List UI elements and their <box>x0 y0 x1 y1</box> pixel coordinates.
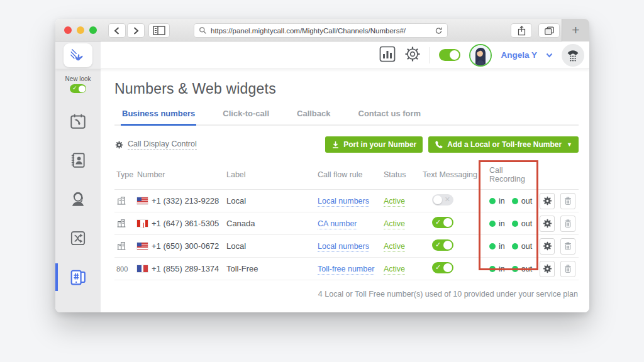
show-tabs-button[interactable] <box>538 23 560 38</box>
table-row: 800 +1 (855) 289-1374 Toll-Free Toll-fre… <box>114 258 579 280</box>
canada-flag-icon <box>137 220 148 227</box>
availability-toggle[interactable] <box>439 49 460 61</box>
call-flow-rule-link[interactable]: Local numbers <box>318 197 369 207</box>
zoom-window-button[interactable] <box>89 26 97 34</box>
reader-sidebar-icon <box>153 26 165 35</box>
chevron-right-icon <box>132 26 140 35</box>
text-messaging-toggle[interactable] <box>432 239 453 251</box>
delete-number-button[interactable] <box>560 216 575 232</box>
delete-number-button[interactable] <box>560 261 575 277</box>
call-recording-cell: in out <box>484 265 540 273</box>
recording-in-dot <box>489 198 496 204</box>
chevron-left-icon <box>113 26 121 35</box>
status-link[interactable]: Active <box>384 197 405 207</box>
call-flow-rule-link[interactable]: Toll-free number <box>318 265 374 275</box>
recording-in-label: in <box>499 242 505 251</box>
settings-button[interactable] <box>404 46 421 65</box>
gear-icon <box>404 46 421 62</box>
sidebar-item-call-history[interactable] <box>55 102 101 141</box>
address-bar[interactable]: https://panel.mightycall.com/MightyCall/… <box>194 23 448 38</box>
forward-button[interactable] <box>127 23 145 38</box>
recording-out-dot <box>512 221 518 227</box>
status-link[interactable]: Active <box>384 265 405 275</box>
sidebar-item-contacts[interactable] <box>55 141 101 180</box>
recording-in-dot <box>489 266 496 272</box>
close-window-button[interactable] <box>64 26 72 34</box>
avatar-image <box>470 45 491 65</box>
tab-click-to-call[interactable]: Click-to-call <box>221 109 270 126</box>
browser-window: https://panel.mightycall.com/MightyCall/… <box>55 19 589 312</box>
table-header-row: Type Number Label Call flow rule Status … <box>114 162 579 190</box>
gear-icon <box>542 218 553 229</box>
numbers-table: Type Number Label Call flow rule Status … <box>114 162 579 280</box>
gear-icon <box>542 195 553 206</box>
trash-icon <box>563 264 573 274</box>
number-settings-button[interactable] <box>540 216 555 232</box>
recording-out-label: out <box>521 197 532 206</box>
number-label: Local <box>226 241 318 251</box>
user-menu[interactable]: Angela Y <box>501 50 537 60</box>
sidebar-item-call-flows[interactable] <box>55 219 101 258</box>
share-button[interactable] <box>511 23 532 38</box>
port-in-number-button[interactable]: Port in your Number <box>325 136 423 153</box>
col-label: Label <box>226 170 318 179</box>
reload-icon[interactable] <box>435 26 443 35</box>
number-settings-button[interactable] <box>540 238 555 255</box>
reports-button[interactable] <box>379 46 396 65</box>
call-flow-rule-link[interactable]: CA number <box>318 219 357 229</box>
new-tab-button[interactable]: + <box>562 19 589 41</box>
call-flow-rule-link[interactable]: Local numbers <box>318 242 369 252</box>
status-link[interactable]: Active <box>384 242 405 252</box>
number-type <box>114 195 135 207</box>
port-button-label: Port in your Number <box>343 140 416 149</box>
minimize-window-button[interactable] <box>77 26 84 34</box>
call-journal-icon <box>69 112 87 131</box>
toll-free-flag-icon <box>137 265 148 272</box>
building-icon <box>116 218 126 228</box>
status-link[interactable]: Active <box>384 219 405 229</box>
col-sms: Text Messaging <box>423 170 484 179</box>
mightycall-logo[interactable] <box>64 43 92 67</box>
phone-handset-icon <box>435 140 443 149</box>
sidebar-toggle-button[interactable] <box>148 23 170 38</box>
row-actions <box>540 261 579 277</box>
sidebar-item-agents[interactable] <box>55 180 101 219</box>
tab-contact-us-form[interactable]: Contact us form <box>357 109 423 126</box>
col-type: Type <box>114 170 135 179</box>
chevron-down-icon[interactable] <box>546 53 553 58</box>
row-actions <box>540 216 579 232</box>
new-look-toggle[interactable] <box>70 84 86 93</box>
recording-out-dot <box>512 266 518 272</box>
recording-in-dot <box>489 243 496 250</box>
col-status: Status <box>384 170 423 179</box>
number-label: Local <box>226 196 318 206</box>
avatar[interactable] <box>469 44 492 67</box>
plan-usage-note: 4 Local or Toll Free number(s) used of 1… <box>114 290 579 299</box>
phone-number: +1 (647) 361-5305 <box>152 219 219 228</box>
call-display-control-link[interactable]: Call Display Control <box>114 140 197 150</box>
hand-logo-icon <box>69 47 87 64</box>
call-recording-cell: in out <box>484 242 540 251</box>
tab-business-numbers[interactable]: Business numbers <box>121 109 196 126</box>
text-messaging-toggle[interactable] <box>432 217 453 228</box>
tab-callback[interactable]: Callback <box>296 109 331 126</box>
header-divider <box>430 47 430 63</box>
delete-number-button[interactable] <box>560 193 575 209</box>
recording-in-label: in <box>499 265 505 273</box>
add-button-label: Add a Local or Toll-free Number <box>447 140 562 149</box>
add-number-button[interactable]: Add a Local or Toll-free Number ▼ <box>428 136 579 153</box>
back-button[interactable] <box>108 23 126 38</box>
number-settings-button[interactable] <box>540 193 555 209</box>
dialpad-button[interactable] <box>562 44 584 67</box>
number-settings-button[interactable] <box>540 261 555 277</box>
gear-icon <box>542 263 553 274</box>
app-header: Angela Y <box>55 41 589 69</box>
us-flag-icon <box>137 243 148 250</box>
text-messaging-toggle[interactable] <box>432 194 453 206</box>
recording-out-dot <box>512 198 518 204</box>
new-look-label: New look <box>55 75 101 82</box>
sidebar-item-numbers[interactable] <box>55 258 101 297</box>
text-messaging-toggle[interactable] <box>432 262 453 273</box>
table-row: +1 (647) 361-5305 Canada CA number Activ… <box>114 212 579 235</box>
delete-number-button[interactable] <box>560 238 575 255</box>
